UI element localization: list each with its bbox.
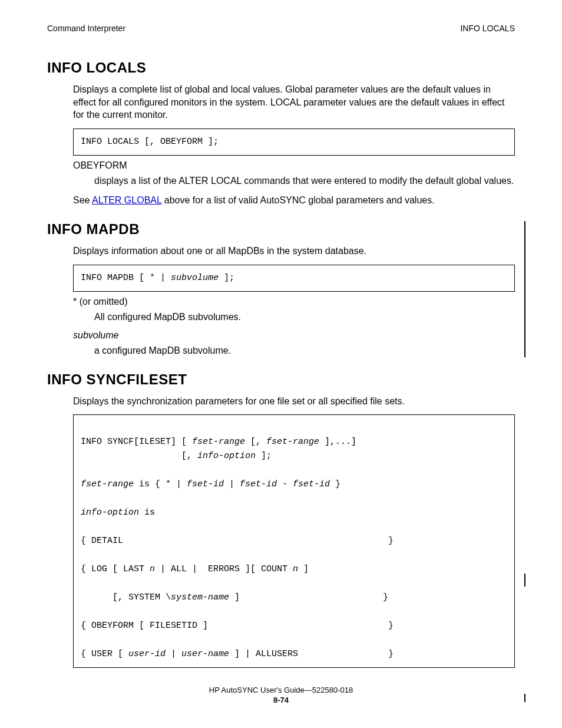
- section-info-syncfileset: INFO SYNCFILESET Displays the synchroniz…: [47, 371, 515, 668]
- page-footer: HP AutoSYNC User's Guide—522580-018 8-74: [47, 686, 515, 706]
- header-left: Command Interpreter: [47, 24, 125, 33]
- locals-see-also: See ALTER GLOBAL above for a list of val…: [73, 194, 515, 207]
- alter-global-link[interactable]: ALTER GLOBAL: [92, 195, 161, 205]
- locals-param-obeyform: OBEYFORM: [73, 160, 515, 171]
- heading-info-locals: INFO LOCALS: [47, 60, 515, 76]
- mapdb-syntax-box: INFO MAPDB [ * | subvolume ];: [73, 265, 515, 292]
- mapdb-description: Displays information about one or all Ma…: [73, 245, 515, 258]
- mapdb-param-subvolume-desc: a configured MapDB subvolume.: [94, 344, 515, 357]
- heading-info-syncfileset: INFO SYNCFILESET: [47, 371, 515, 388]
- sync-syntax-box: INFO SYNCF[ILESET] [ fset-range [, fset-…: [73, 414, 515, 668]
- sync-description: Displays the synchronization parameters …: [73, 395, 515, 408]
- section-info-mapdb: INFO MAPDB Displays information about on…: [47, 221, 515, 357]
- footer-title: HP AutoSYNC User's Guide—522580-018: [209, 686, 353, 694]
- mapdb-param-star: * (or omitted): [73, 297, 515, 307]
- header-right: INFO LOCALS: [460, 24, 515, 33]
- heading-info-mapdb: INFO MAPDB: [47, 221, 515, 238]
- revision-bar: [524, 574, 525, 587]
- mapdb-param-star-desc: All configured MapDB subvolumes.: [94, 311, 515, 324]
- locals-description: Displays a complete list of global and l…: [73, 83, 515, 121]
- locals-param-obeyform-desc: displays a list of the ALTER LOCAL comma…: [94, 174, 515, 187]
- page-header: Command Interpreter INFO LOCALS: [47, 24, 515, 33]
- locals-syntax: INFO LOCALS [, OBEYFORM ];: [81, 137, 219, 147]
- mapdb-param-subvolume: subvolume: [73, 330, 515, 341]
- footer-page-number: 8-74: [273, 696, 289, 704]
- locals-syntax-box: INFO LOCALS [, OBEYFORM ];: [73, 129, 515, 156]
